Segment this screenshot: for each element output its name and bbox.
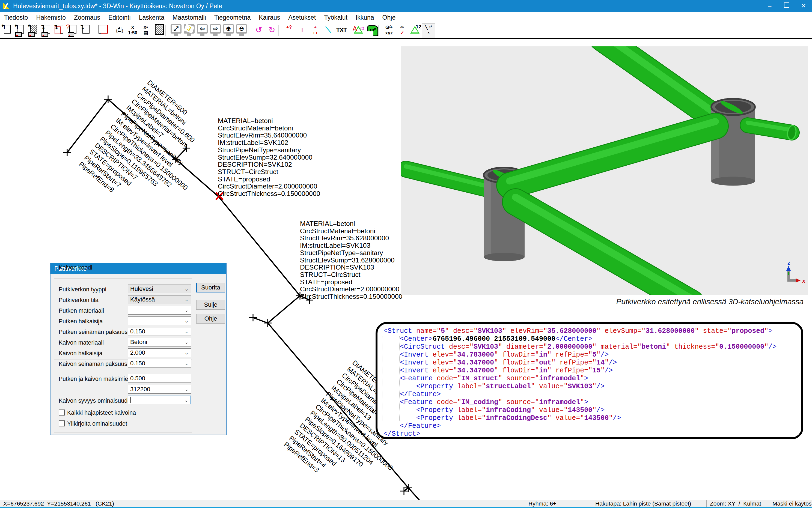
xml-line: <CircStruct desc="SVK103" diameter="2.00… <box>383 343 776 351</box>
dialog-row-combo-7[interactable]: 2.000⌄ <box>128 348 191 357</box>
annotation-line: StructElevRim=35.628000000 <box>300 235 402 242</box>
point-add-icon[interactable]: + <box>296 23 309 37</box>
point-edit-icon[interactable]: +++ <box>309 23 322 37</box>
annotation-line: CircStructThickness=0.150000000 <box>218 190 320 198</box>
annotation-line: StructPipeNetType=sanitary <box>300 249 402 257</box>
zoom-in-icon[interactable]: ⊕ <box>222 23 235 37</box>
hatch-editor-icon[interactable] <box>152 23 165 37</box>
3d-viewer-caption: Putkiverkko esitettynä erillisessä 3D-ka… <box>609 297 811 306</box>
annotation-line: IM:structLabel=SVK103 <box>300 242 402 249</box>
close-button[interactable]: ✕ <box>795 0 812 12</box>
status-search-mode[interactable]: Hakutapa: Lähin piste (Samat pisteet) <box>592 500 706 507</box>
zoom-fit-icon[interactable]: ⤢ <box>169 23 182 37</box>
menu-laskenta[interactable]: Laskenta <box>135 12 168 23</box>
menu-asetukset[interactable]: Asetukset <box>284 12 320 23</box>
read-file-icon[interactable]: ↰ <box>0 23 13 37</box>
toolbar-separator <box>378 25 382 36</box>
minimize-button[interactable]: – <box>761 0 778 12</box>
point-window-icon[interactable]: x▪▤ <box>139 23 152 37</box>
menu-hakemisto[interactable]: Hakemisto <box>32 12 70 23</box>
transform-21-icon[interactable]: ╲ ²¹ˣ <box>422 23 435 38</box>
redo-icon[interactable]: ↻ <box>265 23 278 37</box>
file-editor-icon[interactable] <box>96 23 109 37</box>
menu-kairaus[interactable]: Kairaus <box>255 12 284 23</box>
pan-left-icon[interactable]: ⇦ <box>196 23 209 37</box>
annotation-line: MATERIAL=betoni <box>218 117 320 125</box>
triangulate-12-icon[interactable]: 12 <box>409 23 422 37</box>
dialog-row-combo-8[interactable]: 0.150⌄ <box>128 359 191 368</box>
xml-line: </Struct> <box>383 430 776 438</box>
chevron-down-icon: ⌄ <box>185 349 189 357</box>
xml-line: </Feature> <box>383 422 776 430</box>
dialog-row-combo-1[interactable]: Hulevesi⌄ <box>128 285 191 293</box>
pan-right-icon[interactable]: ⇨ <box>209 23 222 37</box>
xml-line: <Center>6765196.496000 21553109.549000</… <box>383 335 776 343</box>
write-file-as-icon[interactable]: ↴ <box>52 23 66 37</box>
dialog-row-combo-4[interactable]: ⌄ <box>128 316 191 325</box>
dialog-row-combo-3[interactable]: ⌄ <box>128 306 191 314</box>
overwrite-attributes-checkbox[interactable]: Ylikirjoita ominaisuudet <box>59 420 127 427</box>
maximize-button[interactable] <box>778 0 795 12</box>
annotation-line: CircStructDiameter=2.000000000 <box>300 286 402 293</box>
dialog-row-label: Putken halkaisija <box>59 317 103 326</box>
depth-combo[interactable]: ⌄ <box>128 395 191 404</box>
export-file-icon[interactable]: ↴ <box>79 23 92 37</box>
status-mask[interactable]: Maski ei käytössä <box>769 500 812 507</box>
all-points-as-manholes-checkbox[interactable]: Kaikki hajapisteet kaivoina <box>59 410 136 416</box>
point-query-icon[interactable]: +? <box>283 23 296 37</box>
dialog-row-combo-2[interactable]: Käytössä⌄ <box>128 295 191 304</box>
scale-1-50-icon[interactable]: x1:50 <box>126 23 139 37</box>
menu-tiegeometria[interactable]: Tiegeometria <box>210 12 255 23</box>
dialog-row-label: Putken materiaali <box>59 306 104 315</box>
undo-icon[interactable]: ↺ <box>252 23 265 37</box>
annotation-line: STRUCT=CircStruct <box>300 271 402 279</box>
indent-guide <box>382 336 382 421</box>
xml-code: <Struct name="5" desc="SVK103" elevRim="… <box>383 327 776 438</box>
status-zoom-mode[interactable]: Zoom: XY / Kulmat <box>706 500 769 507</box>
query-save-icon[interactable]: ? <box>66 23 79 37</box>
line-edit-icon[interactable]: ⟍ <box>322 23 335 37</box>
xyz-calc-icon[interactable]: ⊙∕+xyz <box>382 23 396 37</box>
toolbar-separator <box>92 25 96 36</box>
annotation-line: STATE=proposed <box>300 279 402 286</box>
import-formats-icon[interactable]: ↰ <box>26 23 39 37</box>
menu-ikkuna[interactable]: Ikkuna <box>352 12 378 23</box>
3d-viewer[interactable]: zx <box>401 46 808 295</box>
code-combo[interactable]: 312200⌄ <box>128 385 191 394</box>
text-edit-icon[interactable]: TXT <box>335 23 348 37</box>
max-distance-input[interactable]: 0.500 <box>128 374 191 383</box>
sulje-button[interactable]: Sulje <box>196 300 225 310</box>
drawing-canvas[interactable]: DIAMETER=600MATERIAL=betoniCircPipeDiame… <box>0 38 812 500</box>
ohje-button[interactable]: Ohje <box>196 314 225 324</box>
annotation-line: IM:structLabel=SVK102 <box>218 139 320 146</box>
print-icon[interactable]: ⎙ <box>113 23 126 37</box>
zoom-out-icon[interactable]: ⊖ <box>235 23 248 37</box>
annotation-line: DESCRIPTION=SVK103 <box>300 264 402 271</box>
menu-ohje[interactable]: Ohje <box>378 12 400 23</box>
area-measure-icon[interactable]: m² <box>365 23 378 37</box>
read-file-settings-icon[interactable]: ↰ <box>13 23 26 37</box>
zoom-window-icon[interactable]: J <box>182 23 196 37</box>
menu-työkalut[interactable]: Työkalut <box>320 12 352 23</box>
status-coordinates: X=6765237.692 Y=21553140.261 (GK21) <box>0 500 525 507</box>
xml-line: <Property label="infraCodingDesc" value=… <box>383 414 776 422</box>
dialog-row-combo-5[interactable]: 0.150⌄ <box>128 327 191 336</box>
annotation-line: CircStructThickness=0.150000000 <box>300 293 402 300</box>
dialog-row-combo-6[interactable]: Betoni⌄ <box>128 338 191 346</box>
toolbar-separator <box>165 25 169 36</box>
menu-maastomalli[interactable]: Maastomalli <box>168 12 210 23</box>
angle-measure-icon[interactable]: Aα <box>352 23 365 37</box>
chevron-down-icon: ⌄ <box>185 385 189 393</box>
menu-zoomaus[interactable]: Zoomaus <box>70 12 104 23</box>
suorita-button[interactable]: Suorita <box>196 283 225 292</box>
putkiverkko-dialog: Putkiverkko ✕ Putkiverkon tyyppiHulevesi… <box>50 263 227 435</box>
annotation-line: StructElevSump=32.640000000 <box>218 154 320 161</box>
annotation-line: CircStructMaterial=betoni <box>300 227 402 235</box>
xml-line: <Property label="structLabel" value="SVK… <box>383 382 776 390</box>
point-check-icon[interactable]: ˣˣ✓ <box>396 23 409 37</box>
menu-editointi[interactable]: Editointi <box>104 12 135 23</box>
write-file-icon[interactable]: ↴ <box>39 23 52 37</box>
status-group[interactable]: Ryhmä: 6+ <box>525 500 592 507</box>
chevron-down-icon: ⌄ <box>185 359 189 368</box>
menu-tiedosto[interactable]: Tiedosto <box>0 12 32 23</box>
